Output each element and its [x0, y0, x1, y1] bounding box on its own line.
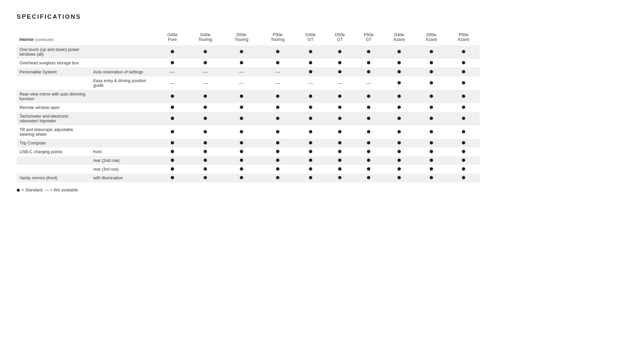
value-cell	[325, 112, 355, 125]
standard-dot-icon	[430, 141, 433, 144]
standard-dot-icon	[204, 95, 207, 98]
value-cell	[447, 67, 480, 76]
standard-dot-icon	[430, 70, 433, 73]
standard-dot-icon	[338, 95, 341, 98]
standard-dot-icon	[338, 50, 341, 53]
value-cell	[355, 147, 383, 156]
value-cell	[325, 67, 355, 76]
table-row: Rear-view mirror with auto dimming funct…	[17, 90, 480, 103]
sub-cell: Auto restoration of settings	[91, 67, 158, 76]
value-cell	[187, 59, 223, 67]
col-header-d50e_touring: D50eTouring	[223, 31, 260, 45]
value-cell	[260, 156, 296, 165]
value-cell	[296, 90, 325, 103]
table-row: Vanity mirrors (front)with illumination	[17, 174, 480, 182]
value-cell: —	[296, 76, 325, 90]
standard-dot-icon	[338, 70, 341, 73]
value-cell	[223, 125, 260, 139]
standard-dot-icon	[240, 117, 243, 120]
value-cell	[383, 90, 415, 103]
legend-dot-icon	[17, 189, 20, 192]
standard-dot-icon	[430, 176, 433, 179]
col-line1: G40e	[305, 33, 316, 37]
value-cell	[415, 59, 447, 67]
standard-dot-icon	[240, 141, 243, 144]
page-title: SPECIFICATIONS	[17, 13, 627, 20]
standard-dot-icon	[276, 117, 279, 120]
standard-dot-icon	[462, 167, 465, 171]
value-cell	[325, 59, 355, 67]
table-row: USB-C charging points:front	[17, 147, 480, 156]
standard-dot-icon	[430, 159, 433, 162]
standard-dot-icon	[240, 61, 243, 64]
standard-dot-icon	[430, 81, 433, 84]
value-cell	[223, 103, 260, 112]
sub-cell	[91, 103, 158, 112]
standard-dot-icon	[309, 106, 312, 109]
value-cell	[223, 147, 260, 156]
standard-dot-icon	[430, 95, 433, 98]
value-cell	[158, 139, 187, 147]
col-line1: P50e	[459, 33, 468, 37]
value-cell	[158, 59, 187, 67]
standard-dot-icon	[462, 95, 465, 98]
section-sub: (continued)	[35, 38, 54, 42]
col-line2: GT	[337, 37, 342, 42]
table-row: Overhead sunglass storage box	[17, 59, 480, 67]
sub-cell	[91, 112, 158, 125]
standard-dot-icon	[462, 61, 465, 64]
standard-dot-icon	[240, 95, 243, 98]
standard-dot-icon	[204, 130, 207, 133]
standard-dot-icon	[171, 141, 174, 144]
standard-dot-icon	[171, 176, 174, 179]
value-cell	[187, 103, 223, 112]
value-cell	[296, 174, 325, 182]
standard-dot-icon	[276, 159, 279, 162]
standard-dot-icon	[430, 117, 433, 120]
value-cell	[223, 156, 260, 165]
col-line1: D50e	[335, 33, 345, 37]
standard-dot-icon	[309, 141, 312, 144]
not-available-dash: —	[170, 69, 175, 74]
feature-cell: Rear-view mirror with auto dimming funct…	[17, 90, 91, 103]
standard-dot-icon	[171, 130, 174, 133]
value-cell	[355, 125, 383, 139]
value-cell	[296, 165, 325, 174]
standard-dot-icon	[367, 141, 370, 144]
standard-dot-icon	[204, 61, 207, 64]
value-cell	[325, 139, 355, 147]
standard-dot-icon	[397, 150, 401, 153]
standard-dot-icon	[397, 141, 401, 144]
standard-dot-icon	[338, 61, 341, 64]
standard-dot-icon	[204, 159, 207, 162]
value-cell	[158, 147, 187, 156]
standard-dot-icon	[397, 81, 401, 84]
standard-dot-icon	[240, 150, 243, 153]
standard-dot-icon	[397, 70, 401, 73]
value-cell	[187, 174, 223, 182]
value-cell	[260, 112, 296, 125]
value-cell	[223, 174, 260, 182]
sub-cell	[91, 90, 158, 103]
standard-dot-icon	[309, 167, 312, 171]
value-cell	[355, 139, 383, 147]
standard-dot-icon	[309, 117, 312, 120]
standard-dot-icon	[204, 167, 207, 171]
value-cell	[187, 147, 223, 156]
value-cell	[260, 174, 296, 182]
value-cell	[447, 139, 480, 147]
value-cell	[415, 156, 447, 165]
col-line1: G40e	[394, 33, 405, 37]
value-cell	[223, 165, 260, 174]
standard-dot-icon	[397, 61, 401, 64]
col-line2: Touring	[234, 37, 248, 42]
value-cell	[355, 156, 383, 165]
standard-dot-icon	[367, 95, 370, 98]
value-cell	[296, 147, 325, 156]
value-cell	[383, 112, 415, 125]
sub-cell	[91, 125, 158, 139]
value-cell	[260, 59, 296, 67]
value-cell	[187, 90, 223, 103]
value-cell	[383, 165, 415, 174]
standard-dot-icon	[276, 95, 279, 98]
